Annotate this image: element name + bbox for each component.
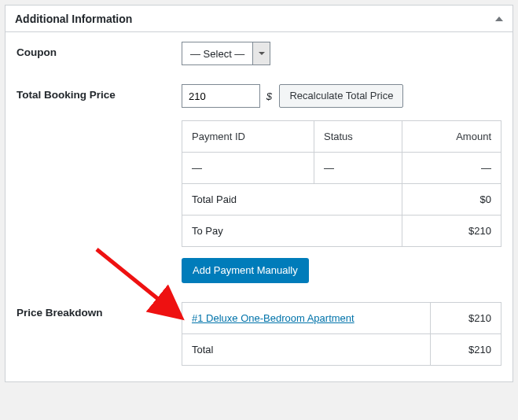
to-pay-label: To Pay bbox=[182, 216, 402, 247]
coupon-select-button[interactable] bbox=[252, 42, 270, 64]
payment-status-cell: — bbox=[314, 153, 402, 184]
payment-row: — — — bbox=[182, 153, 501, 184]
to-pay-row: To Pay $210 bbox=[182, 216, 501, 247]
breakdown-label: Price Breakdown bbox=[17, 302, 182, 319]
total-price-input[interactable] bbox=[182, 84, 260, 108]
total-paid-value: $0 bbox=[402, 184, 501, 216]
chevron-down-icon bbox=[259, 52, 265, 55]
panel-title: Additional Information bbox=[15, 13, 132, 25]
add-payment-manually-button[interactable]: Add Payment Manually bbox=[182, 258, 309, 283]
payment-amount-cell: — bbox=[402, 153, 501, 184]
payment-id-cell: — bbox=[182, 153, 314, 184]
total-price-label: Total Booking Price bbox=[17, 84, 182, 101]
coupon-select[interactable]: — Select — bbox=[182, 42, 270, 65]
breakdown-row: #1 Deluxe One-Bedroom Apartment $210 bbox=[182, 303, 501, 334]
additional-info-panel: Additional Information Coupon — Select —… bbox=[5, 5, 513, 382]
coupon-label: Coupon bbox=[17, 42, 182, 58]
panel-header: Additional Information bbox=[6, 6, 512, 32]
total-paid-label: Total Paid bbox=[182, 184, 402, 216]
breakdown-item-link[interactable]: #1 Deluxe One-Bedroom Apartment bbox=[192, 312, 355, 324]
breakdown-total-value: $210 bbox=[431, 334, 501, 366]
payments-table: Payment ID Status Amount — — — Total Pai… bbox=[182, 120, 501, 247]
col-payment-id: Payment ID bbox=[182, 121, 314, 153]
currency-symbol: $ bbox=[266, 90, 272, 102]
total-paid-row: Total Paid $0 bbox=[182, 184, 501, 216]
breakdown-table: #1 Deluxe One-Bedroom Apartment $210 Tot… bbox=[182, 302, 501, 366]
col-amount: Amount bbox=[402, 121, 501, 153]
recalculate-button[interactable]: Recalculate Total Price bbox=[279, 84, 403, 108]
breakdown-total-row: Total $210 bbox=[182, 334, 501, 366]
to-pay-value: $210 bbox=[402, 216, 501, 247]
col-status: Status bbox=[314, 121, 402, 153]
coupon-select-display: — Select — bbox=[182, 48, 252, 60]
breakdown-item-amount: $210 bbox=[431, 303, 501, 334]
breakdown-total-label: Total bbox=[182, 334, 431, 366]
collapse-toggle-icon[interactable] bbox=[495, 17, 503, 21]
